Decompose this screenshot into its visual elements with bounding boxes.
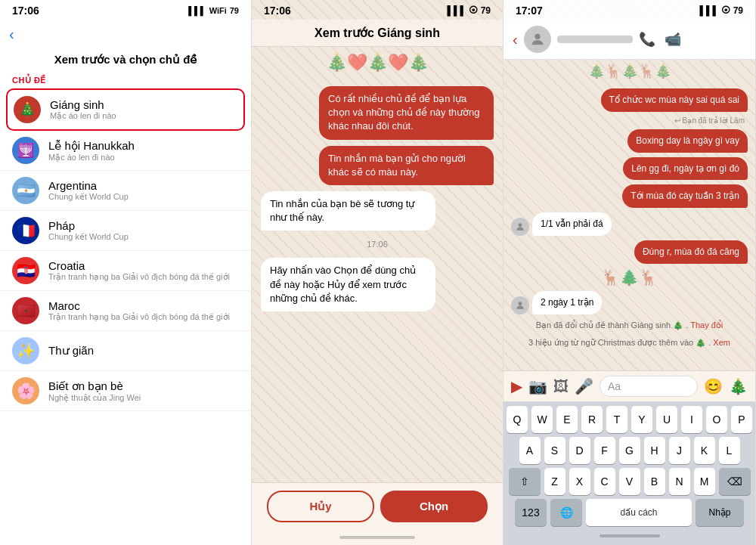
cancel-button[interactable]: Hủy xyxy=(267,491,374,522)
msg-5: 1/1 vẫn phải đá xyxy=(532,212,612,236)
key-j[interactable]: J xyxy=(669,437,690,464)
choose-button[interactable]: Chọn xyxy=(380,491,488,522)
theme-icon-relax: ✨ xyxy=(12,337,39,364)
emoji-icon[interactable]: 😊 xyxy=(704,377,723,395)
key-l[interactable]: L xyxy=(719,437,740,464)
theme-info-hanukkah: Lễ hội Hanukkah Mặc áo len đi nào xyxy=(48,139,239,163)
theme-item-christmas[interactable]: 🎄 Giáng sinh Mặc áo len đi nào xyxy=(6,88,245,131)
svg-point-2 xyxy=(519,302,522,305)
key-t[interactable]: T xyxy=(606,406,627,433)
tree-icon[interactable]: 🎄 xyxy=(729,377,748,395)
camera-icon[interactable]: 📷 xyxy=(528,377,547,395)
key-v[interactable]: V xyxy=(619,468,640,495)
key-o[interactable]: O xyxy=(706,406,727,433)
svg-point-0 xyxy=(534,34,540,39)
view-link[interactable]: Xem xyxy=(713,338,730,347)
system-msg-1: Bạn đã đổi chủ đề thành Giáng sinh 🎄 . T… xyxy=(511,319,748,332)
status-bar-3: 17:07 ▌▌▌ ⦿ 79 xyxy=(503,0,755,20)
key-space[interactable]: dấu cách xyxy=(586,499,692,526)
theme-icon-france: 🇫🇷 xyxy=(12,217,39,244)
theme-item-hanukkah[interactable]: 🕎 Lễ hội Hanukkah Mặc áo len đi nào xyxy=(0,131,251,171)
message-input[interactable]: Aa xyxy=(600,376,698,397)
bubble-sent-2: Tin nhắn mà bạn gửi cho người khác sẽ có… xyxy=(319,146,494,185)
key-r[interactable]: R xyxy=(581,406,603,433)
key-backspace[interactable]: ⌫ xyxy=(719,468,751,495)
theme-info-france: Pháp Chung kết World Cup xyxy=(48,219,239,242)
sheet-title: Xem trước và chọn chủ đề xyxy=(0,42,251,71)
key-s[interactable]: S xyxy=(544,437,565,464)
key-m[interactable]: M xyxy=(694,468,715,495)
kb-row-2: A S D F G H J K L xyxy=(507,437,752,464)
time-2: 17:06 xyxy=(264,5,291,17)
key-g[interactable]: G xyxy=(619,437,640,464)
contact-avatar xyxy=(524,26,551,53)
theme-sub-france: Chung kết World Cup xyxy=(48,232,239,242)
phone-icon[interactable]: 📞 xyxy=(639,31,655,48)
chat-header-3: ‹ 📞 📹 xyxy=(503,20,755,60)
change-link[interactable]: Thay đổi xyxy=(690,320,723,330)
key-i[interactable]: I xyxy=(681,406,702,433)
theme-sub-croatia: Trận tranh hạng ba Giải vô địch bóng đá … xyxy=(48,272,239,282)
msg-4: Tới mùa đó cày tuần 3 trận xyxy=(622,184,748,208)
theme-info-maroc: Maroc Trận tranh hạng ba Giải vô địch bó… xyxy=(48,299,239,322)
key-a[interactable]: A xyxy=(519,437,541,464)
kb-row-4: 123 🌐 dấu cách Nhập xyxy=(507,499,752,526)
key-123[interactable]: 123 xyxy=(515,499,547,526)
theme-item-argentina[interactable]: 🇦🇷 Argentina Chung kết World Cup xyxy=(0,171,251,211)
key-w[interactable]: W xyxy=(531,406,553,433)
back-button-3[interactable]: ‹ xyxy=(513,31,518,48)
theme-info-relax: Thư giãn xyxy=(48,344,239,358)
msg-2: Boxing day là ngày gì vay xyxy=(627,129,748,153)
key-n[interactable]: N xyxy=(669,468,690,495)
video-icon[interactable]: 📹 xyxy=(665,31,681,48)
key-y[interactable]: Y xyxy=(631,406,652,433)
section-label: CHỦ ĐỀ xyxy=(0,71,251,88)
contact-avatar-small-2 xyxy=(511,296,529,314)
key-x[interactable]: X xyxy=(569,468,590,495)
theme-item-relax[interactable]: ✨ Thư giãn xyxy=(0,331,251,371)
theme-item-croatia[interactable]: 🇭🇷 Croatia Trận tranh hạng ba Giải vô đị… xyxy=(0,251,251,291)
chat-action-buttons: 📞 📹 xyxy=(639,31,681,48)
home-indicator-2 xyxy=(252,530,503,545)
status-icons-3: ▌▌▌ ⦿ 79 xyxy=(699,5,743,16)
theme-icon-hanukkah: 🕎 xyxy=(12,137,39,164)
panel-chat: 17:07 ▌▌▌ ⦿ 79 ‹ 📞 📹 🎄🦌🎄🦌🎄 Tổ chức wc mù… xyxy=(503,0,756,545)
theme-icon-grateful: 🌸 xyxy=(12,377,39,404)
key-globe[interactable]: 🌐 xyxy=(550,499,582,526)
theme-name-maroc: Maroc xyxy=(48,299,239,312)
back-button-1[interactable]: ‹ xyxy=(9,26,14,43)
key-h[interactable]: H xyxy=(644,437,665,464)
xmas-deco-3: 🎄🦌🎄🦌🎄 xyxy=(503,60,755,82)
chat-input-area: ▶ 📷 🖼 🎤 Aa 😊 🎄 Q W E R T Y U I O P xyxy=(503,370,755,545)
key-k[interactable]: K xyxy=(694,437,715,464)
key-d[interactable]: D xyxy=(569,437,590,464)
contact-name-bar xyxy=(557,36,633,43)
theme-name-croatia: Croatia xyxy=(48,259,239,272)
xmas-decoration-top: 🎄❤️🎄❤️🎄 xyxy=(252,47,503,79)
key-z[interactable]: Z xyxy=(544,468,565,495)
theme-item-maroc[interactable]: 🇲🇦 Maroc Trận tranh hạng ba Giải vô địch… xyxy=(0,291,251,331)
key-p[interactable]: P xyxy=(731,406,752,433)
theme-item-france[interactable]: 🇫🇷 Pháp Chung kết World Cup xyxy=(0,211,251,251)
mic-icon[interactable]: 🎤 xyxy=(575,377,593,395)
received-wrapper-1: 1/1 vẫn phải đá xyxy=(511,212,748,236)
key-u[interactable]: U xyxy=(656,406,677,433)
key-q[interactable]: Q xyxy=(507,406,528,433)
photo-icon[interactable]: 🖼 xyxy=(553,378,569,395)
contact-avatar-small xyxy=(511,218,529,236)
key-f[interactable]: F xyxy=(594,437,615,464)
theme-item-grateful[interactable]: 🌸 Biết ơn bạn bè Nghệ thuật của Jing Wei xyxy=(0,371,251,411)
theme-name-france: Pháp xyxy=(48,219,239,232)
theme-info-christmas: Giáng sinh Mặc áo len đi nào xyxy=(50,98,237,121)
theme-sub-hanukkah: Mặc áo len đi nào xyxy=(48,153,239,163)
theme-name-grateful: Biết ơn bạn bè xyxy=(48,379,239,393)
msg-1: Tổ chức wc mùa này sai quá sai xyxy=(601,88,748,112)
panel-theme-selector: 17:06 ▌▌▌ WiFi 79 ‹ Xem trước và chọn ch… xyxy=(0,0,252,545)
keyboard: Q W E R T Y U I O P A S D F G H J K L xyxy=(503,401,755,545)
send-icon[interactable]: ▶ xyxy=(511,377,522,395)
key-return[interactable]: Nhập xyxy=(696,499,744,526)
key-b[interactable]: B xyxy=(644,468,665,495)
key-c[interactable]: C xyxy=(594,468,615,495)
key-shift[interactable]: ⇧ xyxy=(509,468,541,495)
key-e[interactable]: E xyxy=(556,406,578,433)
